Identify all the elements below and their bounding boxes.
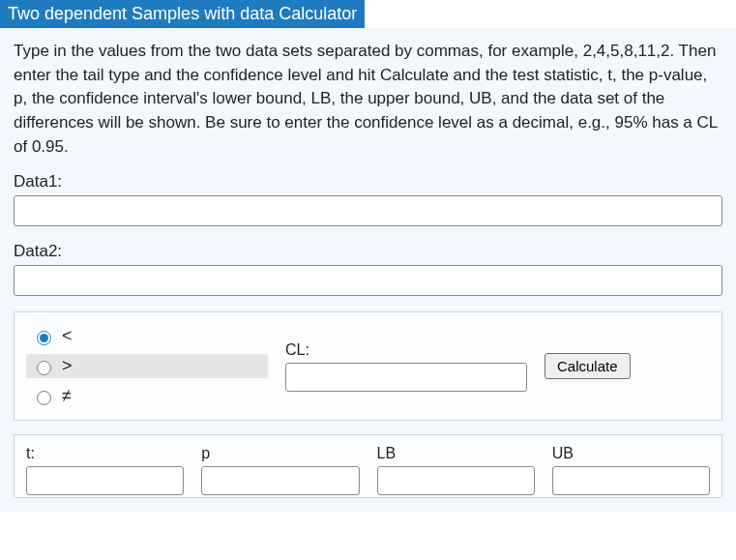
- data2-label: Data2:: [14, 242, 722, 261]
- cl-input[interactable]: [285, 363, 527, 392]
- tail-radio-lt[interactable]: [37, 331, 51, 345]
- lb-output[interactable]: [377, 466, 535, 495]
- tail-radio-ne[interactable]: [37, 391, 51, 405]
- results-box: t: p LB UB: [14, 434, 722, 498]
- data1-label: Data1:: [14, 172, 722, 192]
- tail-option-lt[interactable]: <: [26, 324, 268, 348]
- data1-input[interactable]: [14, 195, 722, 226]
- p-output[interactable]: [201, 466, 359, 495]
- data2-input[interactable]: [14, 265, 722, 296]
- t-label: t:: [26, 445, 184, 462]
- tail-radio-gt[interactable]: [37, 361, 51, 375]
- tail-option-ne[interactable]: ≠: [26, 384, 268, 408]
- calculator-panel: Type in the values from the two data set…: [0, 28, 736, 512]
- t-output[interactable]: [26, 466, 184, 495]
- cl-label: CL:: [285, 341, 527, 359]
- tail-symbol-ne: ≠: [62, 386, 72, 406]
- p-label: p: [201, 445, 359, 462]
- ub-label: UB: [552, 445, 710, 462]
- tail-option-gt[interactable]: >: [26, 354, 268, 378]
- tail-symbol-lt: <: [62, 326, 73, 346]
- instructions-text: Type in the values from the two data set…: [14, 40, 722, 159]
- tail-symbol-gt: >: [62, 356, 73, 376]
- calculate-button[interactable]: Calculate: [545, 353, 631, 379]
- lb-label: LB: [377, 445, 535, 462]
- cl-field: CL:: [285, 341, 527, 392]
- options-box: < > ≠ CL: Calculate: [14, 311, 722, 421]
- tail-radio-group: < > ≠: [26, 324, 268, 408]
- page-title: Two dependent Samples with data Calculat…: [0, 0, 365, 28]
- ub-output[interactable]: [552, 466, 710, 495]
